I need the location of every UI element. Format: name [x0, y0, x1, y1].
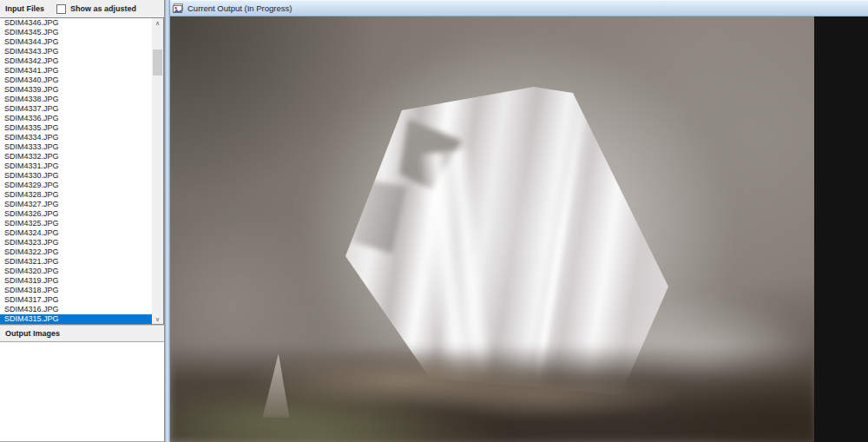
output-viewer — [170, 16, 868, 442]
list-item[interactable]: SDIM4318.JPG — [0, 286, 152, 295]
list-item[interactable]: SDIM4329.JPG — [0, 181, 152, 190]
list-item[interactable]: SDIM4325.JPG — [0, 219, 152, 228]
list-item[interactable]: SDIM4327.JPG — [0, 200, 152, 209]
list-item[interactable]: SDIM4342.JPG — [0, 56, 152, 66]
list-item[interactable]: SDIM4331.JPG — [0, 162, 152, 171]
list-item[interactable]: SDIM4341.JPG — [0, 66, 152, 76]
list-item[interactable]: SDIM4328.JPG — [0, 190, 152, 200]
file-list-scrollbar[interactable]: ∧ ∨ — [152, 18, 163, 324]
scroll-down-icon[interactable]: ∨ — [152, 314, 163, 324]
list-item[interactable]: SDIM4345.JPG — [0, 28, 152, 37]
current-output-photo — [170, 16, 814, 442]
list-item[interactable]: SDIM4323.JPG — [0, 238, 152, 247]
list-item[interactable]: SDIM4336.JPG — [0, 114, 152, 123]
moss-green-tint — [170, 390, 509, 442]
input-file-rows: SDIM4346.JPGSDIM4345.JPGSDIM4344.JPGSDIM… — [0, 18, 152, 324]
output-images-label: Output Images — [5, 329, 60, 338]
current-output-title: Current Output (In Progress) — [187, 3, 292, 13]
list-item[interactable]: SDIM4339.JPG — [0, 85, 152, 95]
list-item[interactable]: SDIM4346.JPG — [0, 18, 152, 28]
list-item[interactable]: SDIM4338.JPG — [0, 95, 152, 104]
list-item[interactable]: SDIM4337.JPG — [0, 104, 152, 114]
list-item[interactable]: SDIM4334.JPG — [0, 133, 152, 142]
scrollbar-thumb[interactable] — [153, 49, 162, 76]
list-item[interactable]: SDIM4326.JPG — [0, 209, 152, 219]
list-item[interactable]: SDIM4335.JPG — [0, 123, 152, 133]
list-item[interactable]: SDIM4332.JPG — [0, 152, 152, 162]
list-item[interactable]: SDIM4315.JPG — [0, 314, 152, 324]
list-item[interactable]: SDIM4316.JPG — [0, 305, 152, 314]
list-item[interactable]: SDIM4343.JPG — [0, 47, 152, 56]
scrollbar-track[interactable] — [152, 28, 163, 314]
app-window: Input Files Show as adjusted SDIM4346.JP… — [0, 0, 868, 442]
output-images-header: Output Images — [0, 325, 164, 341]
list-item[interactable]: SDIM4333.JPG — [0, 142, 152, 152]
image-stack-icon — [173, 3, 183, 14]
list-item[interactable]: SDIM4344.JPG — [0, 37, 152, 47]
list-item[interactable]: SDIM4317.JPG — [0, 295, 152, 305]
show-as-adjusted-label[interactable]: Show as adjusted — [70, 4, 136, 13]
input-files-header: Input Files Show as adjusted — [0, 0, 164, 17]
list-item[interactable]: SDIM4330.JPG — [0, 171, 152, 181]
show-as-adjusted-checkbox[interactable] — [56, 4, 66, 14]
list-item[interactable]: SDIM4340.JPG — [0, 76, 152, 85]
current-output-titlebar: Current Output (In Progress) — [170, 0, 868, 16]
scroll-up-icon[interactable]: ∧ — [152, 18, 163, 28]
input-files-label: Input Files — [5, 4, 44, 13]
list-item[interactable]: SDIM4322.JPG — [0, 247, 152, 257]
input-files-panel: Input Files Show as adjusted SDIM4346.JP… — [0, 0, 165, 442]
list-item[interactable]: SDIM4319.JPG — [0, 276, 152, 286]
list-item[interactable]: SDIM4321.JPG — [0, 257, 152, 267]
current-output-pane: Current Output (In Progress) — [170, 0, 868, 442]
output-image-list[interactable] — [0, 341, 164, 442]
list-item[interactable]: SDIM4320.JPG — [0, 267, 152, 276]
input-file-list[interactable]: SDIM4346.JPGSDIM4345.JPGSDIM4344.JPGSDIM… — [0, 17, 164, 325]
list-item[interactable]: SDIM4324.JPG — [0, 228, 152, 238]
